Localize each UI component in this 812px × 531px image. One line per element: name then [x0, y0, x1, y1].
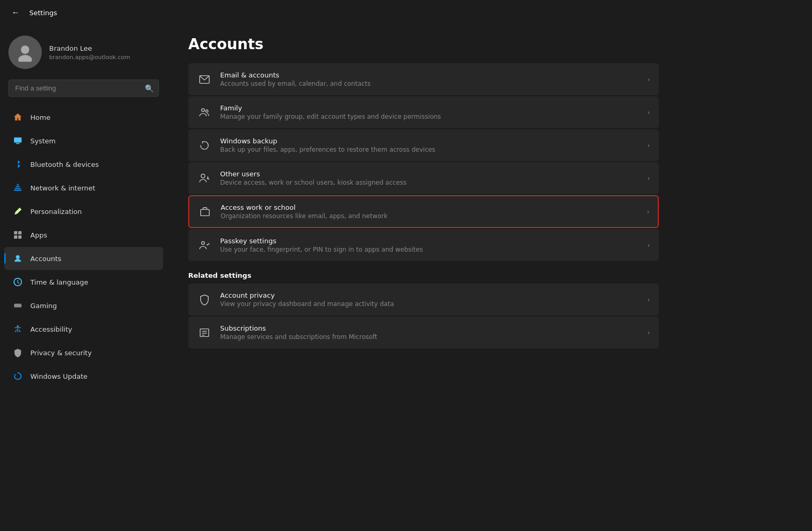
page-title: Accounts	[188, 36, 791, 53]
content-area: Accounts Email & accounts Accounts used …	[167, 25, 812, 531]
search-box: 🔍	[8, 80, 159, 97]
chevron-icon-family: ›	[647, 109, 650, 116]
sidebar-item-update[interactable]: Windows Update	[4, 365, 163, 388]
sidebar-item-apps[interactable]: Apps	[4, 223, 163, 246]
app-title: Settings	[29, 9, 57, 17]
item-desc-account-privacy: View your privacy dashboard and manage a…	[220, 300, 639, 308]
item-title-other-users: Other users	[220, 170, 639, 178]
item-icon-windows-backup	[197, 138, 212, 153]
nav-label-gaming: Gaming	[30, 302, 57, 310]
nav-icon-time	[13, 277, 23, 287]
sidebar-item-accessibility[interactable]: Accessibility	[4, 318, 163, 341]
nav-icon-bluetooth	[13, 159, 23, 170]
item-desc-subscriptions: Manage services and subscriptions from M…	[220, 333, 639, 341]
nav-icon-apps	[13, 230, 23, 240]
user-email: brandon.apps@outlook.com	[49, 54, 130, 61]
avatar	[8, 36, 42, 69]
settings-item-access-work-school[interactable]: Access work or school Organization resou…	[188, 195, 659, 228]
item-text-email-accounts: Email & accounts Accounts used by email,…	[220, 71, 639, 87]
svg-point-14	[20, 305, 21, 306]
sidebar: Brandon Lee brandon.apps@outlook.com 🔍 H…	[0, 25, 167, 531]
sidebar-item-gaming[interactable]: Gaming	[4, 294, 163, 317]
item-title-windows-backup: Windows backup	[220, 137, 639, 145]
chevron-icon-subscriptions: ›	[647, 329, 650, 336]
nav-label-bluetooth: Bluetooth & devices	[30, 161, 99, 168]
svg-point-18	[205, 109, 208, 112]
chevron-icon-email-accounts: ›	[647, 76, 650, 83]
settings-item-windows-backup[interactable]: Windows backup Back up your files, apps,…	[188, 129, 659, 161]
sidebar-item-privacy[interactable]: Privacy & security	[4, 341, 163, 364]
item-desc-windows-backup: Back up your files, apps, preferences to…	[220, 146, 639, 153]
sidebar-item-time[interactable]: Time & language	[4, 270, 163, 293]
nav-label-accounts: Accounts	[30, 255, 61, 263]
svg-point-19	[201, 174, 205, 177]
settings-list: Email & accounts Accounts used by email,…	[188, 63, 659, 261]
settings-item-other-users[interactable]: Other users Device access, work or schoo…	[188, 162, 659, 194]
item-icon-account-privacy	[197, 292, 212, 307]
item-desc-passkey-settings: Use your face, fingerprint, or PIN to si…	[220, 246, 639, 253]
item-icon-other-users	[197, 171, 212, 186]
nav-label-update: Windows Update	[30, 372, 87, 380]
item-title-access-work-school: Access work or school	[221, 204, 638, 211]
svg-point-1	[18, 55, 32, 62]
sidebar-item-system[interactable]: System	[4, 129, 163, 152]
related-settings-list: Account privacy View your privacy dashbo…	[188, 284, 659, 348]
svg-rect-4	[14, 231, 17, 234]
svg-rect-6	[14, 235, 17, 239]
svg-point-13	[19, 305, 20, 306]
svg-line-22	[208, 178, 209, 179]
item-icon-email-accounts	[197, 72, 212, 87]
svg-rect-3	[16, 143, 19, 144]
nav-icon-personalization	[13, 206, 23, 217]
sidebar-item-bluetooth[interactable]: Bluetooth & devices	[4, 153, 163, 176]
settings-item-passkey-settings[interactable]: Passkey settings Use your face, fingerpr…	[188, 229, 659, 261]
chevron-icon-account-privacy: ›	[647, 296, 650, 303]
related-settings-label: Related settings	[188, 272, 791, 279]
item-title-passkey-settings: Passkey settings	[220, 237, 639, 245]
nav-icon-network	[13, 183, 23, 193]
user-profile: Brandon Lee brandon.apps@outlook.com	[0, 29, 167, 80]
item-text-windows-backup: Windows backup Back up your files, apps,…	[220, 137, 639, 153]
item-icon-passkey-settings	[197, 238, 212, 253]
item-text-subscriptions: Subscriptions Manage services and subscr…	[220, 324, 639, 341]
item-desc-family: Manage your family group, edit account t…	[220, 113, 639, 120]
nav-label-personalization: Personalization	[30, 208, 82, 216]
nav-label-apps: Apps	[30, 231, 47, 239]
item-text-other-users: Other users Device access, work or schoo…	[220, 170, 639, 186]
nav-icon-update	[13, 371, 23, 381]
item-desc-other-users: Device access, work or school users, kio…	[220, 179, 639, 186]
nav-icon-accessibility	[13, 324, 23, 334]
item-desc-email-accounts: Accounts used by email, calendar, and co…	[220, 80, 639, 87]
svg-rect-2	[14, 138, 21, 143]
item-text-access-work-school: Access work or school Organization resou…	[221, 204, 638, 220]
svg-rect-5	[18, 231, 21, 234]
item-text-passkey-settings: Passkey settings Use your face, fingerpr…	[220, 237, 639, 253]
nav-label-system: System	[30, 137, 55, 145]
item-desc-access-work-school: Organization resources like email, apps,…	[221, 212, 638, 220]
svg-point-8	[16, 255, 19, 259]
item-title-email-accounts: Email & accounts	[220, 71, 639, 79]
svg-rect-23	[201, 209, 210, 216]
related-item-subscriptions[interactable]: Subscriptions Manage services and subscr…	[188, 317, 659, 348]
item-title-subscriptions: Subscriptions	[220, 324, 639, 332]
sidebar-item-network[interactable]: Network & internet	[4, 176, 163, 199]
settings-item-email-accounts[interactable]: Email & accounts Accounts used by email,…	[188, 63, 659, 95]
sidebar-item-home[interactable]: Home	[4, 106, 163, 129]
user-info: Brandon Lee brandon.apps@outlook.com	[49, 44, 130, 61]
nav-icon-gaming	[13, 300, 23, 311]
chevron-icon-other-users: ›	[647, 175, 650, 182]
chevron-icon-access-work-school: ›	[647, 208, 649, 216]
item-icon-family	[197, 105, 212, 120]
item-icon-subscriptions	[197, 325, 212, 340]
settings-item-family[interactable]: Family Manage your family group, edit ac…	[188, 96, 659, 128]
sidebar-item-personalization[interactable]: Personalization	[4, 200, 163, 223]
nav-label-network: Network & internet	[30, 184, 95, 192]
nav-icon-system	[13, 135, 23, 146]
svg-point-15	[17, 325, 19, 327]
back-button[interactable]: ←	[8, 5, 23, 20]
nav-icon-accounts	[13, 253, 23, 264]
related-item-account-privacy[interactable]: Account privacy View your privacy dashbo…	[188, 284, 659, 315]
search-input[interactable]	[8, 80, 159, 97]
sidebar-item-accounts[interactable]: Accounts	[4, 247, 163, 270]
title-bar: ← Settings	[0, 0, 812, 25]
